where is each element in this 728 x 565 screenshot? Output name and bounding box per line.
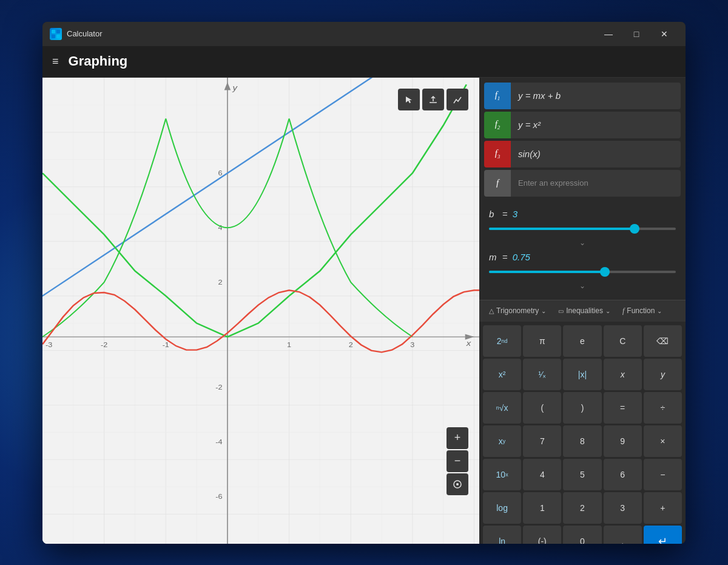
function-tab[interactable]: f Function ⌄	[618, 304, 667, 318]
b-value: 3	[513, 209, 534, 219]
share-button[interactable]	[422, 89, 444, 110]
key-y[interactable]: y	[644, 359, 682, 390]
m-slider-fill	[489, 271, 605, 273]
svg-rect-3	[56, 35, 60, 38]
reset-view-button[interactable]	[447, 473, 468, 495]
key-4[interactable]: 4	[523, 459, 561, 490]
keypad-toolbar: △ Trigonometry ⌄ ▭ Inequalities ⌄ f Func…	[479, 300, 686, 322]
sliders-section: b = 3 ⌄ m = 0.75	[479, 204, 686, 300]
function-item-2[interactable]: f2 y = x²	[484, 112, 681, 138]
key-inverse[interactable]: ¹⁄ₓ	[523, 359, 561, 390]
m-slider-thumb[interactable]	[600, 267, 610, 277]
function-label: Function	[627, 306, 655, 315]
svg-text:y: y	[232, 83, 238, 92]
function-formula-2: y = x²	[511, 112, 681, 138]
key-multiply[interactable]: ×	[644, 425, 682, 457]
key-1[interactable]: 1	[523, 492, 561, 524]
function-caret: ⌄	[657, 308, 662, 314]
inequalities-tab[interactable]: ▭ Inequalities ⌄	[553, 304, 615, 317]
title-bar: Calculator — □ ✕	[42, 22, 686, 46]
app-icon	[50, 28, 62, 40]
key-equals[interactable]: =	[604, 392, 642, 424]
reset-icon	[453, 479, 462, 489]
key-ln[interactable]: ln	[483, 526, 521, 544]
function-item-1[interactable]: f1 y = mx + b	[484, 83, 681, 109]
function-item-4[interactable]: f Enter an expression	[484, 170, 681, 197]
m-collapse-chevron[interactable]: ⌄	[489, 282, 676, 290]
page-title: Graphing	[69, 53, 128, 69]
key-6[interactable]: 6	[604, 459, 642, 490]
maximize-button[interactable]: □	[622, 24, 650, 44]
b-var-row: b = 3	[489, 209, 676, 219]
key-clear[interactable]: C	[604, 325, 642, 357]
key-0[interactable]: 0	[563, 526, 601, 544]
m-var-row: m = 0.75	[489, 252, 676, 262]
svg-text:6: 6	[218, 169, 222, 177]
svg-text:1: 1	[287, 340, 291, 348]
key-divide[interactable]: ÷	[644, 392, 682, 424]
svg-text:-2: -2	[215, 383, 223, 391]
svg-rect-2	[52, 35, 55, 38]
menu-button[interactable]: ≡	[52, 55, 59, 68]
svg-text:2: 2	[218, 278, 222, 286]
key-9[interactable]: 9	[604, 425, 642, 457]
graph-controls-top	[398, 89, 468, 110]
b-slider-thumb[interactable]	[630, 224, 639, 234]
key-3[interactable]: 3	[604, 492, 642, 524]
m-value: 0.75	[513, 252, 534, 262]
inequalities-icon: ▭	[558, 308, 564, 314]
trig-icon: △	[489, 307, 494, 315]
app-window: Calculator — □ ✕ ≡ Graphing	[42, 22, 686, 544]
zoom-out-button[interactable]: −	[447, 450, 468, 472]
key-x[interactable]: x	[604, 359, 642, 390]
key-decimal[interactable]: .	[604, 526, 642, 544]
graph-area: y x -1 -2 1 2 3 -3 2 4 6 -	[42, 78, 479, 544]
key-10x[interactable]: 10x	[483, 459, 521, 490]
zoom-in-button[interactable]: +	[447, 427, 468, 449]
svg-marker-54	[406, 96, 412, 103]
chart-button[interactable]	[447, 89, 468, 110]
m-equals: =	[502, 252, 508, 262]
app-header: ≡ Graphing	[42, 46, 686, 78]
key-add[interactable]: +	[644, 492, 682, 524]
function-badge-3: f3	[484, 141, 511, 167]
b-slider[interactable]	[489, 222, 676, 236]
key-pi[interactable]: π	[523, 325, 561, 357]
key-2nd[interactable]: 2nd	[483, 325, 521, 357]
key-close-paren[interactable]: )	[563, 392, 601, 424]
key-7[interactable]: 7	[523, 425, 561, 457]
key-x-power-y[interactable]: xy	[483, 425, 521, 457]
svg-text:3: 3	[410, 340, 414, 348]
key-open-paren[interactable]: (	[523, 392, 561, 424]
key-negate[interactable]: (-)	[523, 526, 561, 544]
key-abs[interactable]: |x|	[563, 359, 601, 390]
function-item-3[interactable]: f3 sin(x)	[484, 141, 681, 167]
function-badge-4: f	[484, 170, 511, 197]
trig-tab[interactable]: △ Trigonometry ⌄	[484, 304, 551, 317]
function-icon: f	[622, 306, 624, 316]
minimize-button[interactable]: —	[595, 24, 622, 44]
close-button[interactable]: ✕	[650, 24, 678, 44]
m-label: m	[489, 252, 497, 262]
b-collapse-chevron[interactable]: ⌄	[489, 239, 676, 247]
function-formula-3: sin(x)	[511, 141, 681, 167]
svg-rect-0	[52, 30, 55, 33]
svg-text:x: x	[466, 338, 472, 347]
window-title: Calculator	[67, 29, 595, 38]
key-8[interactable]: 8	[563, 425, 601, 457]
key-e[interactable]: e	[563, 325, 601, 357]
key-5[interactable]: 5	[563, 459, 601, 490]
key-subtract[interactable]: −	[644, 459, 682, 490]
key-x-squared[interactable]: x²	[483, 359, 521, 390]
select-tool-button[interactable]	[398, 89, 420, 110]
b-equals: =	[502, 209, 508, 219]
trig-caret: ⌄	[541, 308, 546, 314]
key-2[interactable]: 2	[563, 492, 601, 524]
function-formula-4: Enter an expression	[511, 170, 681, 197]
key-log[interactable]: log	[483, 492, 521, 524]
key-nth-root[interactable]: n√x	[483, 392, 521, 424]
m-slider[interactable]	[489, 265, 676, 279]
trig-label: Trigonometry	[496, 306, 539, 315]
key-enter[interactable]: ↵	[644, 526, 682, 544]
key-backspace[interactable]: ⌫	[644, 325, 682, 357]
